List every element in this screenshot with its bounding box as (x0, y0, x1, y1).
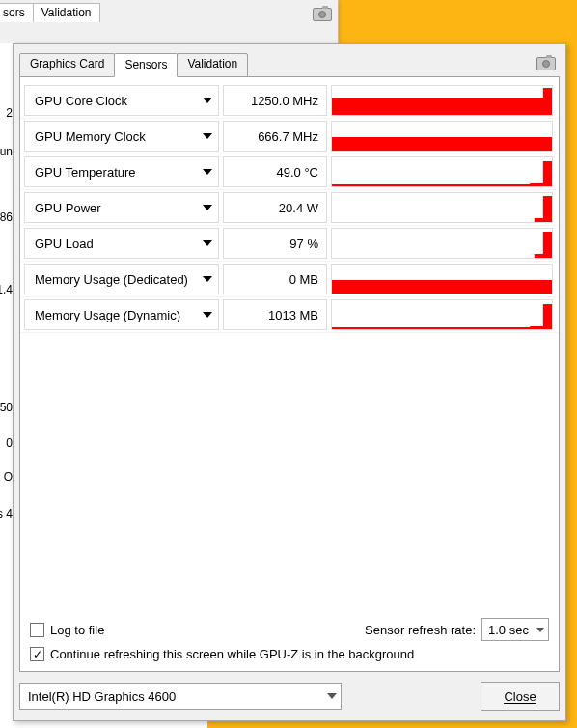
svg-marker-1 (332, 137, 552, 151)
sensor-row: GPU Memory Clock666.7 MHz (20, 119, 559, 154)
sensor-sparkline (331, 156, 553, 187)
log-to-file-label: Log to file (50, 623, 104, 637)
fragment: 86 (0, 210, 13, 224)
sensor-sparkline (331, 264, 553, 294)
background-window-fragment: sors Validation (0, 0, 339, 44)
sensor-name: Memory Usage (Dynamic) (35, 308, 180, 322)
sensor-value: 0 MB (289, 272, 318, 287)
svg-marker-3 (535, 196, 552, 222)
sensor-name-cell[interactable]: GPU Memory Clock (24, 121, 219, 152)
fragment: 0 (6, 436, 13, 450)
sensor-name-cell[interactable]: GPU Temperature (24, 156, 219, 187)
sensor-name-cell[interactable]: GPU Power (24, 192, 219, 223)
sensor-sparkline (331, 85, 553, 116)
svg-marker-5 (332, 280, 552, 294)
fragment: 1.4 (0, 283, 13, 296)
svg-marker-4 (535, 232, 552, 258)
svg-marker-6 (332, 304, 552, 329)
chevron-down-icon (203, 276, 212, 282)
sensor-name: GPU Power (35, 201, 101, 215)
fragment: un (0, 145, 13, 158)
bg-tab-sensors-cut[interactable]: sors (0, 3, 34, 22)
sensor-sparkline (331, 121, 553, 152)
sensor-sparkline (331, 299, 553, 330)
chevron-down-icon (203, 240, 212, 246)
sensor-name: Memory Usage (Dedicated) (35, 272, 188, 287)
sensor-name: GPU Memory Clock (35, 129, 146, 144)
log-to-file-checkbox[interactable] (30, 623, 44, 637)
sensor-value: 1013 MB (268, 308, 318, 322)
fragment: 50 (0, 401, 13, 414)
sensor-sparkline (331, 192, 553, 223)
background-refresh-checkbox[interactable] (30, 647, 44, 661)
chevron-down-icon (203, 169, 212, 175)
camera-icon[interactable] (313, 8, 332, 24)
svg-marker-0 (332, 88, 552, 115)
chevron-down-icon (203, 98, 212, 103)
chevron-down-icon (203, 312, 212, 318)
sensor-value-cell: 20.4 W (223, 192, 327, 223)
sensor-value-cell: 1013 MB (223, 299, 327, 330)
gpu-select-value: Intel(R) HD Graphics 4600 (28, 689, 176, 704)
close-button-label: Close (504, 689, 536, 704)
sensor-value: 97 % (289, 237, 318, 251)
sensor-value-cell: 666.7 MHz (223, 121, 327, 152)
fragment: 2 (6, 106, 13, 120)
refresh-rate-dropdown[interactable]: 1.0 sec (481, 618, 549, 641)
sensor-name-cell[interactable]: Memory Usage (Dedicated) (24, 264, 219, 294)
sensor-value-cell: 97 % (223, 228, 327, 259)
camera-icon[interactable] (536, 57, 556, 73)
sensor-name-cell[interactable]: GPU Load (24, 228, 219, 259)
tab-validation[interactable]: Validation (177, 53, 248, 77)
sensor-value: 666.7 MHz (258, 129, 318, 144)
sensor-name: GPU Temperature (35, 165, 136, 180)
refresh-rate-value: 1.0 sec (488, 623, 531, 637)
sensor-name-cell[interactable]: Memory Usage (Dynamic) (24, 299, 219, 330)
fragment: s 4 (0, 507, 13, 520)
sensor-name: GPU Core Clock (35, 94, 127, 108)
sensor-value-cell: 0 MB (223, 264, 327, 294)
sensor-row: Memory Usage (Dynamic)1013 MB (20, 297, 559, 333)
svg-marker-2 (332, 161, 552, 186)
sensor-value: 1250.0 MHz (251, 94, 318, 108)
tab-sensors[interactable]: Sensors (114, 53, 178, 77)
sensor-name-cell[interactable]: GPU Core Clock (24, 85, 219, 116)
tab-graphics-card[interactable]: Graphics Card (19, 53, 115, 77)
chevron-down-icon (536, 628, 544, 632)
panel-footer: Log to file Sensor refresh rate: 1.0 sec… (20, 606, 559, 671)
gpuz-window: Graphics Card Sensors Validation GPU Cor… (13, 43, 566, 721)
chevron-down-icon (203, 133, 212, 139)
sensor-row: GPU Power20.4 W (20, 190, 559, 226)
sensor-value: 49.0 °C (276, 165, 318, 180)
chevron-down-icon (327, 693, 337, 699)
sensor-value-cell: 1250.0 MHz (223, 85, 327, 116)
sensor-value: 20.4 W (279, 201, 318, 215)
gpu-select-dropdown[interactable]: Intel(R) HD Graphics 4600 (19, 683, 342, 710)
sensor-row: GPU Core Clock1250.0 MHz (20, 83, 559, 119)
bg-tab-validation[interactable]: Validation (33, 3, 100, 22)
sensor-row: GPU Load97 % (20, 226, 559, 262)
sensor-row: GPU Temperature49.0 °C (20, 154, 559, 190)
sensors-panel: GPU Core Clock1250.0 MHzGPU Memory Clock… (19, 76, 560, 672)
sensor-sparkline (331, 228, 553, 259)
sensor-value-cell: 49.0 °C (223, 156, 327, 187)
tab-bar: Graphics Card Sensors Validation (19, 52, 560, 76)
sensor-row: Memory Usage (Dedicated)0 MB (20, 262, 559, 297)
refresh-rate-label: Sensor refresh rate: (365, 623, 476, 637)
background-refresh-label: Continue refreshing this screen while GP… (50, 647, 414, 661)
close-button[interactable]: Close (481, 682, 560, 711)
fragment: O (4, 470, 13, 484)
chevron-down-icon (203, 205, 212, 210)
sensor-name: GPU Load (35, 237, 94, 251)
